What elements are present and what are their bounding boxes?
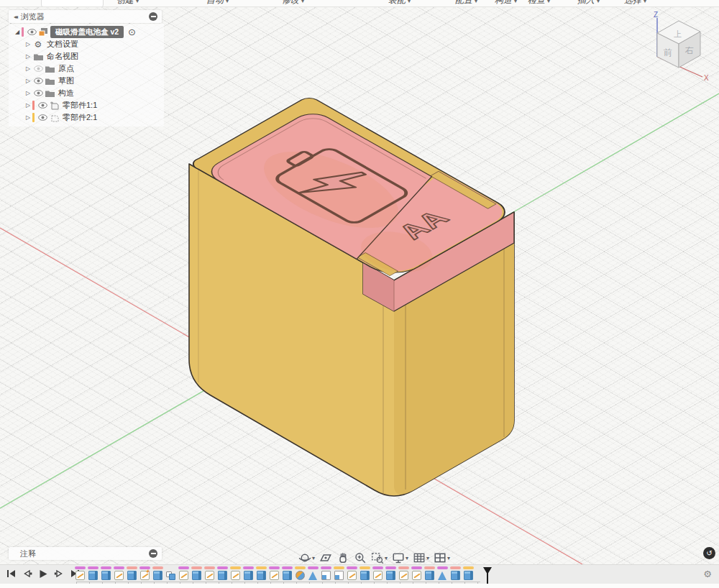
browser-panel-header[interactable]: ◂◂ 浏览器 <box>9 10 162 23</box>
expand-arrow-icon[interactable]: ▷ <box>24 41 32 47</box>
window-zoom-icon[interactable]: ▾ <box>369 550 390 566</box>
timeline-feature-extrude[interactable] <box>217 566 227 580</box>
timeline-feature-extrude[interactable] <box>152 566 162 580</box>
menu-tab-automate[interactable]: 自动▾ <box>206 0 229 6</box>
browser-item-label[interactable]: 文档设置 <box>47 39 78 50</box>
timeline-feature-sketch[interactable] <box>114 566 124 580</box>
timeline-feature-sketch[interactable] <box>178 566 188 580</box>
visibility-eye-icon[interactable] <box>32 78 44 84</box>
browser-item-label[interactable]: 命名视图 <box>47 51 78 62</box>
visibility-eye-icon[interactable] <box>37 114 48 121</box>
timeline-feature-sketch[interactable] <box>347 566 357 580</box>
timeline-feature-extrude[interactable] <box>243 566 253 580</box>
browser-item-label[interactable]: 零部件1:1 <box>63 100 97 111</box>
toolbar-tab-strip: 创建▾ 自动▾ 修改▾ 装配▾ 配置▾ 构造▾ 检查▾ 插入▾ 选择▾ <box>0 0 719 7</box>
timeline-feature-extrude[interactable] <box>282 566 292 580</box>
orbit-icon[interactable]: ▾ <box>296 550 317 566</box>
timeline-feature-loft[interactable] <box>437 566 447 580</box>
timeline-feature-sketch[interactable] <box>204 566 214 580</box>
viewcube-face-top[interactable]: 上 <box>674 29 682 38</box>
timeline-feature-sketch[interactable] <box>372 566 383 580</box>
timeline-feature-sketch[interactable] <box>411 566 421 580</box>
minimize-panel-icon[interactable] <box>149 549 157 558</box>
timeline-group-color-bar <box>178 566 189 569</box>
document-title[interactable]: 磁吸滑盖电池盒 v2 <box>50 26 124 38</box>
display-settings-icon[interactable]: ▾ <box>390 550 411 566</box>
viewcube-face-front[interactable]: 前 <box>664 47 672 58</box>
timeline-feature-sketch[interactable] <box>398 566 408 580</box>
viewport-3d[interactable]: AA 上 前 右 Z X <box>0 6 719 588</box>
timeline-feature-extrude[interactable] <box>463 566 473 580</box>
view-cube[interactable]: 上 前 右 Z X <box>645 11 713 83</box>
viewcube-face-right[interactable]: 右 <box>684 45 694 55</box>
timeline-feature-revolve[interactable] <box>295 566 305 580</box>
expand-arrow-icon[interactable]: ▷ <box>24 65 32 72</box>
timeline-feature-combine[interactable] <box>321 566 331 580</box>
menu-tab-select[interactable]: 选择▾ <box>624 0 646 6</box>
browser-row-component-1[interactable]: ▷ 零部件1:1 <box>9 99 164 111</box>
browser-item-label[interactable]: 构造 <box>58 88 74 98</box>
timeline-settings-gear-icon[interactable]: ⚙ <box>703 569 712 579</box>
step-forward-button[interactable] <box>53 569 65 579</box>
play-button[interactable] <box>37 569 49 579</box>
timeline-feature-extrude[interactable] <box>450 566 460 580</box>
browser-item-label[interactable]: 原点 <box>58 63 74 74</box>
timeline-feature-extrude[interactable] <box>127 566 137 580</box>
browser-row-sketches[interactable]: ▷ 草图 <box>9 75 164 87</box>
go-to-start-button[interactable] <box>6 569 17 579</box>
expand-arrow-icon[interactable]: ▷ <box>24 102 32 109</box>
activate-component-icon[interactable]: ⊙ <box>128 27 136 37</box>
model-battery-box[interactable]: AA <box>189 96 519 496</box>
expand-arrow-icon[interactable]: ◢ <box>13 29 22 35</box>
menu-tab-modify[interactable]: 修改▾ <box>282 0 304 6</box>
visibility-eye-icon[interactable] <box>32 90 44 96</box>
timeline-playhead[interactable] <box>483 567 492 574</box>
timeline-feature-sketch[interactable] <box>269 566 279 580</box>
expand-arrow-icon[interactable]: ▷ <box>24 78 32 84</box>
timeline-feature-newbody[interactable] <box>139 566 150 580</box>
browser-item-label[interactable]: 零部件2:1 <box>63 112 97 123</box>
visibility-eye-icon[interactable] <box>26 29 37 35</box>
grid-settings-icon[interactable]: ▾ <box>411 550 431 566</box>
browser-row-construction[interactable]: ▷ 构造 <box>9 87 164 99</box>
step-back-button[interactable] <box>22 569 33 579</box>
minimize-panel-icon[interactable] <box>149 12 157 21</box>
assistant-button[interactable]: ↺ <box>703 547 715 559</box>
browser-row-component-2[interactable]: ▷ 零部件2:1 <box>9 111 164 124</box>
browser-item-label[interactable]: 草图 <box>58 75 74 86</box>
visibility-eye-icon[interactable] <box>32 65 44 72</box>
comments-panel[interactable]: 注释 <box>9 547 162 560</box>
timeline-feature-extrude[interactable] <box>101 566 111 580</box>
timeline-feature-joint[interactable] <box>165 566 175 580</box>
timeline-feature-combine[interactable] <box>334 566 344 580</box>
timeline-feature-extrude[interactable] <box>191 566 201 580</box>
browser-row-origin[interactable]: ▷ 原点 <box>9 63 164 75</box>
visibility-eye-icon[interactable] <box>37 102 48 109</box>
expand-arrow-icon[interactable]: ▷ <box>24 53 32 60</box>
timeline-feature-sketch[interactable] <box>75 566 85 580</box>
menu-tab-construct[interactable]: 构造▾ <box>495 0 517 6</box>
browser-row-root[interactable]: ◢ 磁吸滑盖电池盒 v2 ⊙ <box>9 26 164 38</box>
timeline-feature-loft[interactable] <box>308 566 318 580</box>
timeline-feature-extrude[interactable] <box>360 566 370 580</box>
browser-row-document-settings[interactable]: ▷ ⚙ 文档设置 <box>9 38 164 50</box>
pan-icon[interactable] <box>334 550 352 566</box>
expand-arrow-icon[interactable]: ▷ <box>24 114 32 121</box>
timeline-feature-extrude[interactable] <box>385 566 395 580</box>
zoom-icon[interactable] <box>352 550 369 566</box>
menu-tab-inspect[interactable]: 检查▾ <box>528 0 550 6</box>
expand-arrow-icon[interactable]: ▷ <box>24 90 32 96</box>
menu-tab-configure[interactable]: 配置▾ <box>455 0 477 6</box>
menu-tab-insert[interactable]: 插入▾ <box>577 0 600 6</box>
timeline-feature-extrude[interactable] <box>88 566 98 580</box>
look-at-icon[interactable] <box>317 550 334 566</box>
viewcube-body[interactable] <box>657 21 700 68</box>
timeline-feature-extrude[interactable] <box>256 566 266 580</box>
menu-tab-assemble[interactable]: 装配▾ <box>388 0 411 6</box>
collapse-panel-icon[interactable]: ◂◂ <box>14 14 17 20</box>
menu-tab-create[interactable]: 创建▾ <box>116 0 139 6</box>
browser-row-named-views[interactable]: ▷ 命名视图 <box>9 50 164 63</box>
viewports-icon[interactable]: ▾ <box>431 550 452 566</box>
timeline-feature-sketch[interactable] <box>230 566 240 580</box>
timeline-feature-extrude[interactable] <box>424 566 434 580</box>
